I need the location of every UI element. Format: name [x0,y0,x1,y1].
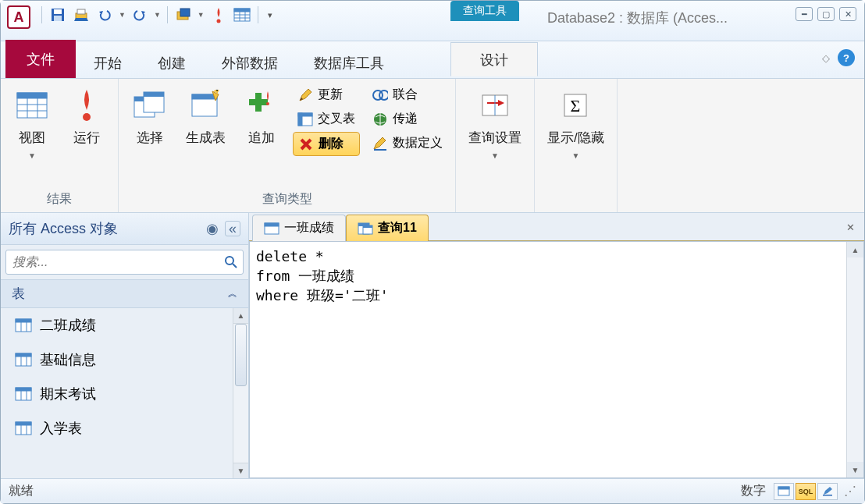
query-setup-button[interactable]: 查询设置 ▼ [464,83,526,163]
nav-collapse-icon[interactable]: « [225,221,240,236]
delete-label: 删除 [319,136,344,152]
ribbon: 视图 ▼ 运行 结果 选择 [1,79,864,213]
append-label: 追加 [248,129,275,147]
svg-rect-32 [298,113,302,126]
app-icon: A [7,5,30,29]
document-tab[interactable]: 一班成绩 [252,215,346,241]
dropdown-arrow-icon: ▼ [571,151,579,160]
show-hide-button[interactable]: Σ 显示/隐藏 ▼ [543,83,609,163]
svg-rect-47 [16,319,31,322]
qat-item-icon[interactable] [174,5,193,24]
contextual-tab-group: 查询工具 [450,1,519,41]
tab-file[interactable]: 文件 [5,40,76,78]
run-label: 运行 [73,129,100,147]
append-button[interactable]: 追加 [238,83,285,150]
resize-grip-icon[interactable]: ⋰ [844,484,856,499]
table-icon [15,353,32,367]
tab-design[interactable]: 设计 [450,42,538,76]
quick-print-icon[interactable] [72,5,91,24]
nav-group-tables[interactable]: 表 ︽ [1,279,248,308]
minimize-button[interactable]: ━ [796,7,813,21]
nav-item-label: 入学表 [40,419,82,438]
design-view-button[interactable] [817,483,838,500]
datadef-label: 数据定义 [393,135,443,151]
help-icon[interactable]: ? [838,49,855,66]
scroll-up-icon[interactable]: ▲ [847,242,863,257]
totals-icon: Σ [557,87,594,124]
redo-icon[interactable] [130,5,149,24]
sql-view-button[interactable]: SQL [796,483,816,500]
nav-table-list: 二班成绩 基础信息 期末考试 入学表 [1,308,233,478]
search-icon[interactable] [219,250,243,274]
close-button[interactable]: ✕ [839,7,856,21]
save-icon[interactable] [48,5,67,24]
svg-point-44 [226,257,233,264]
svg-rect-38 [374,149,386,151]
nav-item-table[interactable]: 期末考试 [1,377,233,411]
group-label-placeholder [543,190,609,211]
nav-item-label: 期末考试 [40,385,96,403]
sql-text[interactable]: delete * from 一班成绩 where 班级='二班' [250,242,846,477]
tab-database-tools[interactable]: 数据库工具 [296,45,402,79]
datasheet-view-button[interactable] [774,483,794,500]
customize-qat-icon[interactable]: ▾ [265,5,276,24]
nav-item-table[interactable]: 入学表 [1,411,233,445]
document-tab-label: 查询11 [378,220,417,236]
show-hide-label: 显示/隐藏 [547,129,604,147]
minimize-ribbon-icon[interactable]: ◇ [822,52,830,64]
sql-editor: delete * from 一班成绩 where 班级='二班' ▲ ▼ [249,241,864,478]
ribbon-group-query-type: 选择 生成表 追加 更新 [119,79,456,212]
nav-item-label: 二班成绩 [40,316,96,335]
nav-item-table[interactable]: 基础信息 [1,343,233,377]
svg-text:Σ: Σ [571,96,581,115]
scroll-down-icon[interactable]: ▼ [233,463,248,478]
make-table-button[interactable]: 生成表 [181,83,230,150]
status-text: 就绪 [9,483,34,499]
nav-pane-title: 所有 Access 对象 [9,219,118,238]
search-input[interactable] [6,250,219,274]
maximize-button[interactable]: ▢ [817,7,835,21]
separator [258,6,258,23]
document-area: 一班成绩 查询11 ✕ delete * from 一班成绩 where 班级=… [249,213,864,478]
nav-filter-dropdown-icon[interactable]: ◉ [205,221,220,236]
nav-pane-header[interactable]: 所有 Access 对象 ◉ « [1,213,248,245]
nav-item-table[interactable]: 二班成绩 [1,308,233,343]
table-icon [15,318,32,332]
run-icon [68,87,105,124]
group-label-querytype: 查询类型 [126,188,447,211]
document-tab-active[interactable]: 查询11 [346,215,429,241]
tab-home[interactable]: 开始 [76,45,140,79]
select-query-button[interactable]: 选择 [126,83,173,150]
scroll-thumb[interactable] [235,324,247,386]
union-button[interactable]: 联合 [368,83,447,106]
view-button[interactable]: 视图 ▼ [9,83,55,163]
nav-item-label: 基础信息 [40,350,96,369]
select-query-icon [131,87,169,124]
tab-create[interactable]: 创建 [140,45,204,79]
passthrough-button[interactable]: 传递 [368,108,447,130]
datasheet-icon[interactable] [233,5,251,24]
update-label: 更新 [318,87,343,103]
query-icon [358,222,373,235]
update-button[interactable]: 更新 [293,83,360,106]
title-bar: A ▼ ▼ ▼ [1,1,864,41]
run-icon[interactable] [209,5,228,24]
close-tab-icon[interactable]: ✕ [842,219,858,235]
view-label: 视图 [19,129,45,147]
crosstab-button[interactable]: 交叉表 [293,108,360,130]
data-definition-button[interactable]: 数据定义 [368,132,447,154]
run-button[interactable]: 运行 [63,83,110,150]
tab-external-data[interactable]: 外部数据 [204,45,296,79]
scroll-up-icon[interactable]: ▲ [233,308,248,324]
ribbon-tabstrip: 文件 开始 创建 外部数据 数据库工具 设计 ◇ ? [1,41,864,79]
undo-icon[interactable] [95,5,114,24]
svg-point-36 [379,91,388,100]
svg-rect-70 [823,495,832,496]
delete-button[interactable]: 删除 [293,132,360,156]
svg-point-7 [216,20,220,23]
sql-scrollbar[interactable]: ▲ ▼ [846,242,863,477]
ribbon-group-results: 视图 ▼ 运行 结果 [1,79,119,212]
scroll-down-icon[interactable]: ▼ [847,462,863,477]
nav-scrollbar[interactable]: ▲ ▼ [233,308,248,478]
svg-rect-1 [54,9,62,14]
